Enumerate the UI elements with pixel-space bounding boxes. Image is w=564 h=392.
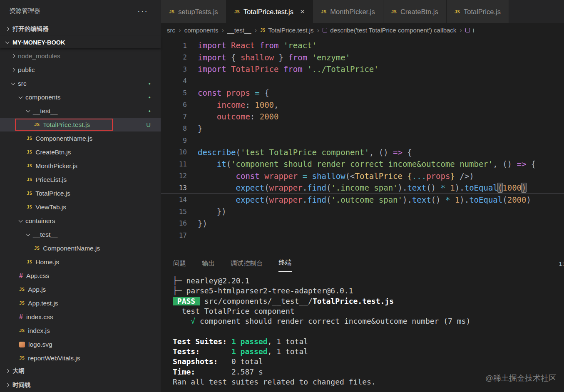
tree-item-test[interactable]: __test__	[0, 228, 161, 241]
code-line-10[interactable]: 10describe('test TotalPrice component', …	[161, 146, 564, 159]
code-line-3[interactable]: 3import TotalPrice from '../TotalPrice'	[161, 63, 564, 75]
tree-item-label: src	[18, 80, 27, 87]
code-line-15[interactable]: 15 })	[161, 206, 564, 218]
breadcrumb-separator-icon: ›	[460, 26, 462, 35]
tree-item-label: index.css	[26, 313, 53, 321]
terminal-output[interactable]: ├─ nearley@2.20.1├─ parse5-htmlparser2-t…	[161, 273, 564, 392]
open-editors-section[interactable]: 打开的编辑器	[0, 22, 161, 36]
tree-item-reportwebvitals-js[interactable]: JSreportWebVitals.js	[0, 351, 161, 364]
js-file-icon: JS	[27, 149, 32, 155]
panel-tab-bar: 问题输出调试控制台终端1:	[161, 254, 564, 273]
tree-item-monthpicker-js[interactable]: JSMonthPicker.js	[0, 159, 161, 173]
line-number: 4	[161, 77, 187, 85]
tree-item-index-js[interactable]: JSindex.js	[0, 324, 161, 337]
tab-bar: JSsetupTests.jsJSTotalPrice.test.js×JSMo…	[161, 0, 564, 23]
code-line-5[interactable]: 5const props = {	[161, 87, 564, 99]
breadcrumb-label: TotalPrice.test.js	[268, 27, 313, 34]
js-file-icon: JS	[27, 191, 32, 196]
tree-item-componentname-js[interactable]: JSComponentName.js	[0, 131, 161, 145]
tree-item-public[interactable]: public	[0, 63, 161, 77]
panel-tab-output[interactable]: 输出	[201, 256, 215, 272]
breadcrumb-item-describe-test-totalprice-com[interactable]: describe('test TotalPrice component') ca…	[323, 27, 456, 34]
terminal-line: PASS src/components/__test__/TotalPrice.…	[173, 296, 564, 306]
tab-createbtn-js[interactable]: JSCreateBtn.js	[383, 0, 447, 23]
tab-totalprice-test-js[interactable]: JSTotalPrice.test.js×	[226, 0, 313, 23]
code-line-9[interactable]: 9	[161, 134, 564, 146]
more-actions-button[interactable]: ···	[137, 9, 148, 13]
tab-label: setupTests.js	[178, 8, 218, 16]
breadcrumb-item-totalprice-test-js[interactable]: JSTotalPrice.test.js	[260, 27, 313, 34]
tree-item-src[interactable]: src●	[0, 77, 161, 90]
line-content: it('component should render correct inco…	[187, 159, 536, 169]
tree-item-totalprice-js[interactable]: JSTotalPrice.js	[0, 186, 161, 200]
tree-item-home-js[interactable]: JSHome.js	[0, 255, 161, 269]
close-icon[interactable]: ×	[300, 7, 305, 16]
tree-item-components[interactable]: components●	[0, 90, 161, 104]
outline-section[interactable]: 大纲	[0, 364, 161, 378]
panel-tab-terminal[interactable]: 终端	[278, 255, 292, 272]
code-line-11[interactable]: 11 it('component should render correct i…	[161, 158, 564, 170]
chevron-down-icon	[11, 81, 15, 85]
code-line-7[interactable]: 7 outcome: 2000	[161, 111, 564, 123]
tree-item-test[interactable]: __test__●	[0, 104, 161, 118]
terminal-line: √ component should render correct income…	[173, 316, 564, 326]
terminal-selector[interactable]: 1:	[559, 260, 564, 267]
tree-item-node-modules[interactable]: node_modules	[0, 49, 161, 63]
tree-item-index-css[interactable]: #index.css	[0, 310, 161, 324]
breadcrumb: src›components›__test__›JSTotalPrice.tes…	[161, 23, 564, 37]
code-line-8[interactable]: 8}	[161, 123, 564, 135]
tab-totalprice-js[interactable]: JSTotalPrice.js	[447, 0, 509, 23]
terminal-line: Tests: 1 passed, 1 total	[173, 347, 564, 357]
tab-label: TotalPrice.js	[464, 8, 501, 16]
tree-item-componentname-js[interactable]: JSComponentName.js	[0, 241, 161, 255]
code-line-1[interactable]: 1import React from 'react'	[161, 40, 564, 52]
code-line-16[interactable]: 16})	[161, 218, 564, 230]
code-line-14[interactable]: 14 expect(wrapper.find('.outcome span').…	[161, 194, 564, 206]
line-content: expect(wrapper.find('.income span').text…	[187, 183, 526, 192]
line-content: import { shallow } from 'enzyme'	[187, 53, 350, 62]
tree-item-app-test-js[interactable]: JSApp.test.js	[0, 296, 161, 310]
breadcrumb-item-src[interactable]: src	[167, 27, 175, 34]
breadcrumb-separator-icon: ›	[179, 26, 181, 35]
breadcrumb-item-test[interactable]: __test__	[227, 27, 251, 34]
tree-item-app-css[interactable]: #App.css	[0, 269, 161, 283]
tab-label: MonthPicker.js	[330, 8, 375, 16]
bottom-panel: 问题输出调试控制台终端1: ├─ nearley@2.20.1├─ parse5…	[161, 254, 564, 392]
code-editor[interactable]: 1import React from 'react'2import { shal…	[161, 37, 564, 254]
git-modified-dot: ●	[149, 109, 151, 113]
project-section[interactable]: MY-MONEY-BOOK	[0, 36, 161, 48]
chevron-right-icon	[11, 54, 15, 58]
line-number: 8	[161, 124, 187, 132]
chevron-down-icon	[26, 232, 30, 236]
code-line-4[interactable]: 4	[161, 75, 564, 87]
line-content: const props = {	[187, 88, 269, 97]
tree-item-label: __test__	[33, 231, 57, 238]
breadcrumb-item-i[interactable]: i	[465, 27, 474, 34]
chevron-right-icon	[5, 369, 10, 373]
terminal-line: Snapshots: 0 total	[173, 357, 564, 367]
tree-item-containers[interactable]: containers	[0, 214, 161, 228]
tree-item-label: logo.svg	[28, 341, 52, 348]
tree-item-viewtab-js[interactable]: JSViewTab.js	[0, 200, 161, 214]
tree-item-pricelist-js[interactable]: JSPriceList.js	[0, 173, 161, 186]
js-file-icon: JS	[391, 9, 397, 15]
css-file-icon: #	[19, 313, 23, 321]
timeline-section[interactable]: 时间线	[0, 378, 161, 392]
editor-area: JSsetupTests.jsJSTotalPrice.test.js×JSMo…	[161, 0, 564, 392]
tree-item-logo-svg[interactable]: logo.svg	[0, 337, 161, 351]
code-line-2[interactable]: 2import { shallow } from 'enzyme'	[161, 52, 564, 64]
code-line-12[interactable]: 12 const wrapper = shallow(<TotalPrice {…	[161, 170, 564, 182]
panel-tab-problems[interactable]: 问题	[173, 256, 186, 272]
code-line-13[interactable]: 13 expect(wrapper.find('.income span').t…	[161, 182, 564, 194]
tree-item-app-js[interactable]: JSApp.js	[0, 283, 161, 296]
line-content: income: 1000,	[187, 100, 279, 109]
code-line-17[interactable]: 17	[161, 229, 564, 241]
line-content: describe('test TotalPrice component', ()…	[187, 148, 412, 157]
tab-monthpicker-js[interactable]: JSMonthPicker.js	[313, 0, 383, 23]
breadcrumb-item-components[interactable]: components	[184, 27, 219, 34]
code-line-6[interactable]: 6 income: 1000,	[161, 99, 564, 111]
panel-tab-debug-console[interactable]: 调试控制台	[230, 256, 263, 272]
tree-item-totalprice-test-js[interactable]: JSTotalPrice.test.jsU	[0, 118, 161, 131]
tree-item-createbtn-js[interactable]: JSCreateBtn.js	[0, 145, 161, 159]
tab-setuptests-js[interactable]: JSsetupTests.js	[161, 0, 226, 23]
